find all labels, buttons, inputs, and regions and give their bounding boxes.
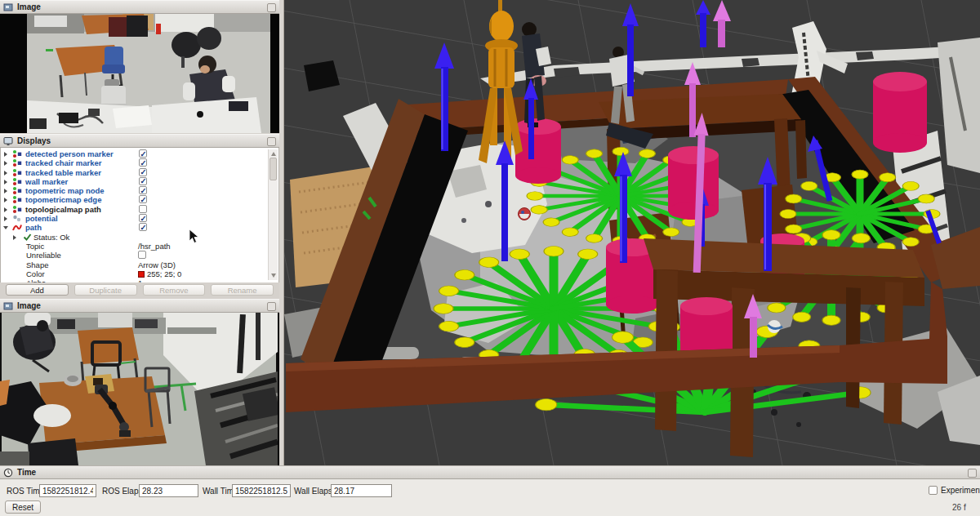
- display-item-tracked-table-marker[interactable]: tracked table marker: [1, 168, 278, 177]
- tracked-chair-marker-front: [680, 297, 733, 351]
- expand-arrow-icon[interactable]: [4, 152, 7, 157]
- 3d-viewport[interactable]: [279, 0, 980, 465]
- display-item-topometricmap-edge[interactable]: topometricmap edge: [1, 195, 278, 204]
- time-fields: ROS Time: ROS Elapsed: Wall Time: Wall E…: [0, 484, 980, 499]
- path-prop-unreliable[interactable]: Unreliable: [1, 251, 278, 260]
- image-panel-icon: [3, 2, 13, 12]
- displays-tree: detected person marker tracked chair mar…: [0, 148, 279, 282]
- displays-buttons: Add Duplicate Remove Rename: [0, 282, 279, 297]
- display-enabled-checkbox[interactable]: [139, 149, 147, 158]
- add-button[interactable]: Add: [6, 284, 69, 296]
- expand-arrow-icon[interactable]: [4, 198, 7, 202]
- marker-array-icon: [12, 205, 22, 214]
- expand-arrow-icon[interactable]: [4, 207, 7, 212]
- display-item-path[interactable]: path: [1, 223, 278, 232]
- display-item-wall-marker[interactable]: wall marker: [1, 177, 278, 186]
- image-panel-bottom-header[interactable]: Image: [0, 299, 279, 313]
- marker-array-icon: [12, 177, 22, 186]
- display-enabled-checkbox[interactable]: [139, 214, 147, 222]
- sign-pointcloud: [519, 208, 531, 220]
- 3d-scene: [284, 0, 980, 465]
- mouse-cursor: [189, 229, 200, 245]
- path-status-row[interactable]: Status: Ok: [1, 233, 278, 242]
- camera-image-bottom: [0, 313, 278, 465]
- expand-arrow-icon[interactable]: [4, 171, 7, 176]
- path-prop-topic[interactable]: Topic /hsr_path: [1, 242, 278, 251]
- display-enabled-checkbox[interactable]: [139, 205, 147, 213]
- path-prop-alpha[interactable]: Alpha 1: [1, 278, 278, 282]
- image-panel-icon: [3, 301, 13, 311]
- marker-array-icon: [12, 195, 22, 204]
- display-item-potential[interactable]: potential: [1, 214, 278, 223]
- image-panel-bottom-title: Image: [17, 301, 41, 310]
- display-item-topometric-map-node[interactable]: topometric map node: [1, 186, 278, 195]
- panel-float-button[interactable]: [267, 137, 276, 146]
- time-panel: Time ROS Time: ROS Elapsed: Wall Time: W…: [0, 465, 980, 516]
- scroll-up-icon[interactable]: [271, 152, 276, 156]
- rviz-window: Image: [0, 0, 980, 516]
- expand-arrow-icon[interactable]: [4, 180, 7, 185]
- path-prop-shape[interactable]: Shape Arrow (3D): [1, 260, 278, 269]
- scroll-down-icon[interactable]: [271, 274, 276, 278]
- image-panel-top-title: Image: [17, 2, 41, 11]
- expand-arrow-icon[interactable]: [4, 216, 7, 221]
- display-enabled-checkbox[interactable]: [139, 158, 147, 167]
- clock-icon: [3, 468, 13, 478]
- display-enabled-checkbox[interactable]: [139, 186, 147, 194]
- experimental-checkbox[interactable]: [929, 486, 938, 495]
- duplicate-button[interactable]: Duplicate: [74, 284, 137, 296]
- camera-feed-top: [0, 14, 279, 133]
- ros-time-input[interactable]: [39, 484, 96, 497]
- color-swatch: [138, 271, 145, 278]
- camera-image-top: [0, 14, 278, 133]
- display-item-tracked-chair-marker[interactable]: tracked chair marker: [1, 158, 278, 167]
- potential-icon: [12, 214, 22, 223]
- displays-panel: Displays detected person marker tracked …: [0, 134, 279, 298]
- panel-float-button[interactable]: [968, 469, 977, 478]
- displays-panel-header[interactable]: Displays: [0, 134, 279, 148]
- camera-feed-bottom: [0, 313, 279, 465]
- image-panel-top-header[interactable]: Image: [0, 0, 279, 14]
- marker-array-icon: [12, 158, 22, 167]
- time-panel-header[interactable]: Time: [0, 465, 980, 479]
- marker-array-icon: [12, 186, 22, 195]
- expand-arrow-icon[interactable]: [4, 161, 7, 166]
- fps-counter: 26 f: [952, 503, 980, 512]
- expand-arrow-icon[interactable]: [13, 235, 16, 240]
- experimental-label: Experimental: [941, 486, 980, 495]
- reset-button[interactable]: Reset: [5, 500, 41, 514]
- marker-array-icon: [12, 149, 22, 158]
- image-panel-top: Image: [0, 0, 279, 133]
- image-panel-bottom: Image: [0, 299, 279, 465]
- path-prop-color[interactable]: Color 255; 25; 0: [1, 269, 278, 278]
- collapse-arrow-icon[interactable]: [3, 226, 8, 229]
- scrollbar-thumb[interactable]: [270, 158, 277, 180]
- unreliable-checkbox[interactable]: [138, 251, 146, 259]
- time-panel-title: Time: [17, 468, 36, 477]
- display-enabled-checkbox[interactable]: [139, 223, 147, 231]
- ros-elapsed-input[interactable]: [139, 484, 198, 497]
- displays-panel-title: Displays: [17, 136, 51, 145]
- panel-float-button[interactable]: [267, 3, 276, 12]
- display-enabled-checkbox[interactable]: [139, 177, 147, 185]
- path-icon: [12, 223, 22, 232]
- wall-time-input[interactable]: [232, 484, 291, 497]
- remove-button[interactable]: Remove: [143, 284, 206, 296]
- expand-arrow-icon[interactable]: [4, 189, 7, 194]
- status-ok-check-icon: [23, 233, 32, 242]
- panel-float-button[interactable]: [267, 302, 276, 311]
- display-item-topologicalmap-path[interactable]: topologicalmap path: [1, 205, 278, 214]
- display-enabled-checkbox[interactable]: [139, 168, 147, 176]
- display-item-detected-person-marker[interactable]: detected person marker: [1, 149, 278, 158]
- tree-scrollbar[interactable]: [268, 149, 278, 280]
- displays-panel-icon: [3, 136, 13, 146]
- display-enabled-checkbox[interactable]: [139, 195, 147, 203]
- marker-array-icon: [12, 168, 22, 177]
- wall-elapsed-input[interactable]: [331, 484, 392, 497]
- rename-button[interactable]: Rename: [211, 284, 274, 296]
